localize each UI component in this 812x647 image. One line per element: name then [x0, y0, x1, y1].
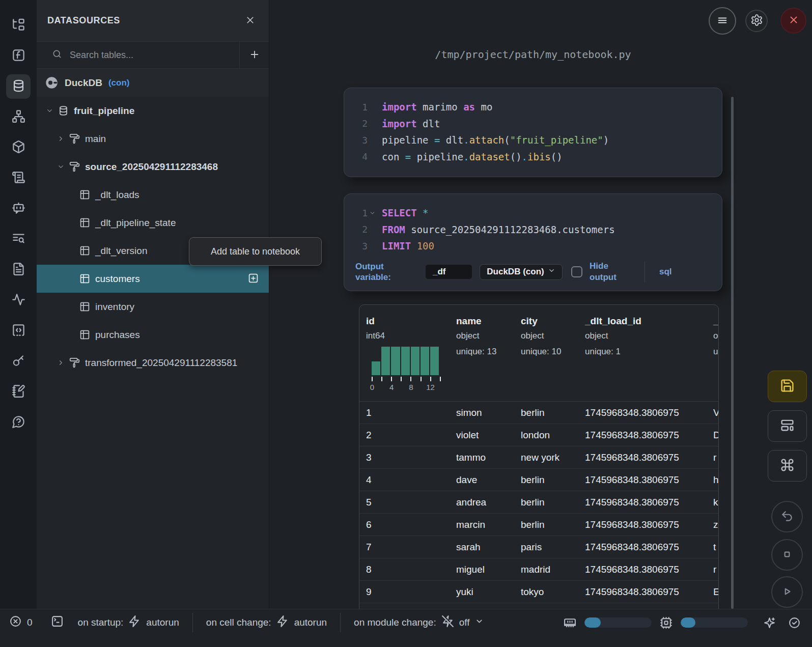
tree-item-label: main [85, 133, 106, 145]
python-code-editor[interactable]: 1import marimo as mo2import dlt3pipeline… [344, 88, 722, 165]
key-panel-button[interactable] [6, 349, 31, 374]
table-row[interactable]: 1simonberlin1745968348.3806975V [359, 402, 718, 424]
engine-dropdown[interactable]: DuckDB (con) [480, 264, 563, 280]
column-header-name[interactable]: nameobjectunique: 13 [456, 316, 521, 401]
fold-chevron-icon[interactable] [369, 210, 379, 216]
vertical-scrollbar[interactable] [731, 97, 734, 609]
add-datasource-button[interactable] [240, 42, 269, 68]
table-cell: london [521, 430, 585, 441]
help-circle-panel-button[interactable] [6, 410, 31, 435]
line-number: 1 [344, 208, 368, 218]
column-type: object [585, 331, 713, 341]
chevron-right-icon[interactable] [57, 359, 65, 367]
column-header-_dlt_load_id[interactable]: _dlt_load_idobjectunique: 1 [585, 316, 713, 401]
notebook-pen-icon [12, 384, 25, 400]
scroll-text-panel-button[interactable] [6, 166, 31, 190]
list-search-panel-button[interactable] [6, 227, 31, 251]
check-circle-icon[interactable] [788, 616, 801, 629]
notebook-path[interactable]: /tmp/project/path/my_notebook.py [344, 48, 722, 61]
tree-item-inventory[interactable]: inventory [37, 293, 269, 321]
settings-button[interactable] [745, 10, 768, 32]
table-cell: 1745968348.3806975 [585, 474, 713, 486]
tree-item-customers[interactable]: customers [37, 265, 269, 293]
notebook-pen-panel-button[interactable] [6, 380, 31, 404]
table-cell: 1745968348.3806975 [585, 407, 713, 418]
tree-item-_dlt_pipeline_state[interactable]: _dlt_pipeline_state [37, 209, 269, 237]
tree-item-main[interactable]: main [37, 125, 269, 153]
menu-button[interactable] [709, 7, 736, 35]
column-header-city[interactable]: cityobjectunique: 10 [521, 316, 585, 401]
tree-item-purchases[interactable]: purchases [37, 321, 269, 349]
square-dashed-code-panel-button[interactable] [6, 319, 31, 343]
column-header-id[interactable]: idint6404812 [366, 316, 456, 401]
function-square-panel-button[interactable] [6, 44, 31, 68]
divider [645, 261, 645, 283]
code-text: SELECT * [382, 207, 429, 218]
hide-output-checkbox[interactable] [571, 266, 582, 277]
bot-message-panel-button[interactable] [6, 196, 31, 221]
save-button[interactable] [768, 371, 807, 402]
database-panel-button[interactable] [6, 74, 31, 99]
tree-item-_dlt_loads[interactable]: _dlt_loads [37, 181, 269, 209]
memory-usage-meter[interactable] [584, 617, 652, 628]
connection-row[interactable]: DuckDB (con) [37, 69, 269, 97]
column-header-_dlt_id[interactable]: _dlt_idobjectunique: [713, 316, 719, 401]
histogram-bar [391, 347, 400, 375]
error-count[interactable]: 0 [9, 615, 33, 630]
close-panel-button[interactable] [245, 15, 256, 27]
code-text: import dlt [382, 118, 440, 129]
stop-button[interactable] [771, 539, 803, 571]
chevron-down-icon[interactable] [57, 163, 65, 171]
command-palette-button[interactable] [768, 450, 807, 482]
table-row[interactable]: 2violetlondon1745968348.3806975D [359, 424, 718, 446]
code-cell-python[interactable]: 1import marimo as mo2import dlt3pipeline… [344, 88, 722, 177]
function-square-icon [12, 48, 25, 64]
table-row[interactable]: 8miguelmadrid1745968348.3806975r [359, 558, 718, 581]
network-panel-button[interactable] [6, 105, 31, 129]
tree-item-label: fruit_pipeline [74, 105, 134, 117]
table-row[interactable]: 9yukitokyo1745968348.3806975E [359, 581, 718, 603]
table-cell: berlin [521, 497, 585, 508]
activity-panel-button[interactable] [6, 288, 31, 313]
chevron-down-icon[interactable] [46, 107, 54, 115]
add-table-button[interactable] [248, 273, 259, 285]
table-cell: andrea [456, 497, 521, 508]
file-text-icon [12, 262, 25, 277]
tree-item-fruit_pipeline[interactable]: fruit_pipeline [37, 97, 269, 125]
file-text-panel-button[interactable] [6, 258, 31, 282]
table-row[interactable]: 6marcinberlin1745968348.3806975z [359, 514, 718, 536]
file-tree-panel-button[interactable] [6, 13, 31, 38]
datasources-panel: DATASOURCES [37, 0, 269, 609]
code-line: 3LIMIT 100 [344, 238, 722, 255]
on-startup-setting[interactable]: on startup: autorun [78, 615, 179, 630]
run-button[interactable] [771, 576, 803, 608]
table-cell: 1745968348.3806975 [585, 430, 713, 441]
on-module-change-setting[interactable]: on module change: off [354, 615, 483, 630]
cpu-usage-meter[interactable] [681, 617, 748, 628]
table-row[interactable]: 3tammonew york1745968348.3806975r [359, 446, 718, 469]
code-cell-sql[interactable]: 1SELECT *2FROM source_202504291112283468… [344, 193, 722, 291]
undo-button[interactable] [771, 501, 803, 532]
close-x-icon [788, 14, 799, 27]
tree-item-source_202504291112283468[interactable]: source_202504291112283468 [37, 153, 269, 181]
key-icon [12, 354, 25, 369]
table-row[interactable]: 4daveberlin1745968348.3806975h [359, 469, 718, 491]
tree-item-transformed_202504291112283581[interactable]: transformed_202504291112283581 [37, 349, 269, 377]
shutdown-button[interactable] [780, 8, 806, 34]
search-tables-input[interactable] [70, 50, 202, 61]
sql-code-editor[interactable]: 1SELECT *2FROM source_202504291112283468… [344, 194, 722, 255]
language-badge[interactable]: sql [659, 267, 672, 277]
terminal-button[interactable] [51, 615, 64, 630]
chevron-right-icon[interactable] [57, 135, 65, 143]
schema-tree: fruit_pipelinemainsource_202504291112283… [37, 97, 269, 377]
box-panel-button[interactable] [6, 135, 31, 160]
on-cell-change-setting[interactable]: on cell change: autorun [206, 615, 327, 630]
sparkles-icon[interactable] [763, 616, 776, 629]
table-row[interactable]: 7sarahparis1745968348.3806975t [359, 536, 718, 558]
table-row[interactable]: 5andreaberlin1745968348.3806975k [359, 491, 718, 514]
column-type: int64 [366, 331, 456, 341]
output-variable-input[interactable]: _df [426, 265, 472, 279]
layout-toggle-button[interactable] [768, 410, 807, 442]
code-text: pipeline = dlt.attach("fruit_pipeline") [382, 134, 609, 146]
table-cell: r [713, 564, 719, 575]
